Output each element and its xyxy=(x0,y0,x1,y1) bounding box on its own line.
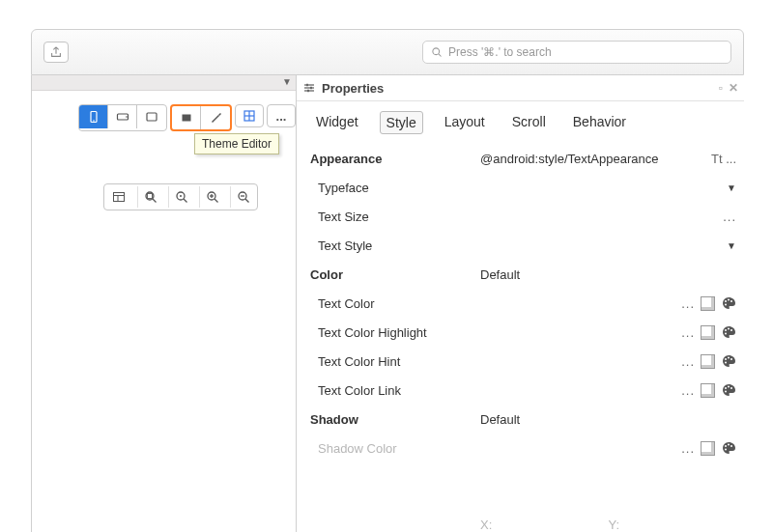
zoom-fit-button[interactable] xyxy=(137,186,162,208)
tab-scroll[interactable]: Scroll xyxy=(506,111,552,134)
minimize-panel-button[interactable]: ▫ xyxy=(719,81,723,95)
svg-point-34 xyxy=(728,299,730,301)
property-row[interactable]: Typeface▼ xyxy=(297,173,744,202)
tab-behavior[interactable]: Behavior xyxy=(567,111,632,134)
tooltip: Theme Editor xyxy=(194,133,279,154)
color-picker-button[interactable] xyxy=(721,440,736,456)
search-placeholder: Press '⌘.' to search xyxy=(448,45,723,59)
property-value[interactable]: @android:style/TextAppearance xyxy=(480,152,711,166)
svg-point-43 xyxy=(730,358,732,360)
property-label: Appearance xyxy=(310,152,480,166)
property-row[interactable]: Text Size... xyxy=(297,202,744,231)
more-button[interactable]: ... xyxy=(681,296,695,311)
property-affordances: ... xyxy=(681,440,736,456)
tablet-button[interactable] xyxy=(137,105,166,128)
property-row[interactable]: ColorDefault xyxy=(297,260,744,289)
layout-grid-button[interactable] xyxy=(235,104,264,127)
color-swatch[interactable] xyxy=(701,354,715,369)
svg-rect-16 xyxy=(147,194,152,199)
svg-line-18 xyxy=(184,199,187,203)
palette-icon[interactable] xyxy=(721,324,736,340)
phone-landscape-button[interactable] xyxy=(108,105,137,128)
shadow-dy-label: Y: xyxy=(609,518,737,532)
property-label: Text Color Highlight xyxy=(310,325,480,340)
configuration-bar[interactable]: ▼ xyxy=(32,75,296,91)
grid-2x2-icon xyxy=(243,109,256,123)
device-orientation-segment[interactable] xyxy=(78,104,167,131)
color-picker-button[interactable] xyxy=(721,324,736,340)
tab-widget[interactable]: Widget xyxy=(310,111,364,134)
tablet-icon xyxy=(145,110,158,124)
overflow-button[interactable]: ... xyxy=(267,104,296,127)
color-swatch[interactable] xyxy=(701,296,715,311)
svg-line-25 xyxy=(245,199,249,203)
more-button[interactable]: ... xyxy=(681,325,695,340)
property-row[interactable]: Appearance@android:style/TextAppearanceT… xyxy=(297,144,744,173)
svg-point-49 xyxy=(725,445,727,447)
palette-icon[interactable] xyxy=(721,440,736,456)
svg-point-50 xyxy=(728,444,730,446)
search-input[interactable]: Press '⌘.' to search xyxy=(422,41,731,64)
svg-point-19 xyxy=(180,195,182,197)
color-picker-button[interactable] xyxy=(721,295,736,311)
property-row[interactable]: ShadowDefault xyxy=(297,405,744,434)
more-button[interactable]: ... xyxy=(681,441,695,456)
color-swatch[interactable] xyxy=(701,383,715,398)
svg-rect-7 xyxy=(182,115,190,122)
more-button[interactable]: ... xyxy=(681,354,695,369)
svg-point-3 xyxy=(93,120,95,122)
tab-layout[interactable]: Layout xyxy=(439,111,491,134)
share-icon xyxy=(49,45,63,59)
property-value[interactable]: Default xyxy=(480,267,736,282)
panel-title: Properties xyxy=(322,81,384,96)
svg-point-5 xyxy=(126,116,128,118)
brush-icon xyxy=(209,111,222,125)
mode-segment[interactable] xyxy=(170,104,232,131)
svg-point-45 xyxy=(725,387,727,389)
color-swatch[interactable] xyxy=(701,441,715,456)
svg-point-33 xyxy=(725,300,727,302)
share-button[interactable] xyxy=(43,42,69,63)
panel-header: Properties ▫ ✕ xyxy=(297,75,744,101)
property-affordances: ... xyxy=(681,295,736,311)
zoom-in-icon xyxy=(206,190,219,204)
theme-editor-button[interactable] xyxy=(201,106,230,129)
property-value[interactable]: Default xyxy=(480,412,736,427)
svg-line-21 xyxy=(215,199,218,203)
properties-list: Appearance@android:style/TextAppearanceT… xyxy=(297,144,744,514)
svg-point-51 xyxy=(730,445,732,447)
palette-icon[interactable] xyxy=(721,382,736,398)
property-row[interactable]: Text Color Highlight... xyxy=(297,318,744,347)
palette-icon[interactable] xyxy=(721,295,736,311)
property-row[interactable]: Text Color Hint... xyxy=(297,347,744,376)
chevron-down-icon[interactable]: ▼ xyxy=(727,182,736,193)
svg-point-46 xyxy=(728,386,730,388)
text-style-picker[interactable]: Tt ... xyxy=(711,152,736,166)
svg-point-52 xyxy=(725,449,727,451)
chevron-down-icon[interactable]: ▼ xyxy=(282,76,292,87)
property-affordances: ... xyxy=(681,324,736,340)
property-affordances: ... xyxy=(723,210,736,224)
zoom-actual-button[interactable] xyxy=(168,186,193,208)
zoom-in-button[interactable] xyxy=(199,186,224,208)
property-row[interactable]: Text Style▼ xyxy=(297,231,744,260)
blueprint-button[interactable] xyxy=(172,106,201,129)
more-button[interactable]: ... xyxy=(723,210,736,224)
palette-icon[interactable] xyxy=(721,353,736,369)
zoom-out-button[interactable] xyxy=(230,186,255,208)
split-icon xyxy=(112,190,126,204)
more-button[interactable]: ... xyxy=(681,383,695,398)
shadow-dxy-row: X: Y: xyxy=(297,514,744,532)
pan-window-button[interactable] xyxy=(106,186,131,208)
color-swatch[interactable] xyxy=(701,325,715,340)
property-row[interactable]: Text Color... xyxy=(297,289,744,318)
svg-rect-31 xyxy=(310,87,312,89)
property-row[interactable]: Text Color Link... xyxy=(297,376,744,405)
tab-style[interactable]: Style xyxy=(380,111,423,134)
phone-portrait-button[interactable] xyxy=(79,105,108,128)
property-row[interactable]: Shadow Color... xyxy=(297,434,744,462)
close-panel-button[interactable]: ✕ xyxy=(729,81,738,95)
color-picker-button[interactable] xyxy=(721,353,736,369)
chevron-down-icon[interactable]: ▼ xyxy=(727,240,736,251)
color-picker-button[interactable] xyxy=(721,382,736,398)
